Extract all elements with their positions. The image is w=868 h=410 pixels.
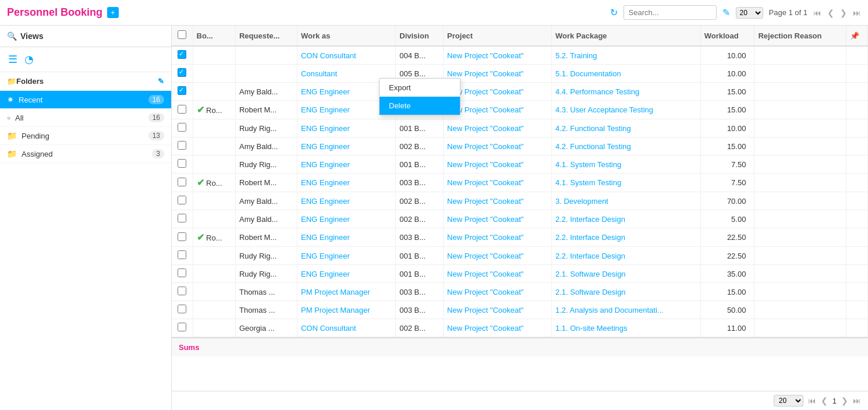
sidebar-item-pending[interactable]: 📁 Pending 13 [0,127,171,145]
project-link[interactable]: New Project "Cookeat" [447,197,523,206]
row-checkbox-cell[interactable] [172,247,193,265]
row-checkbox-cell[interactable] [172,228,193,247]
row-checkbox[interactable] [178,178,186,186]
row-checkbox-cell[interactable] [172,83,193,101]
first-page-button[interactable]: ⏮ [813,8,821,17]
work-as-link[interactable]: CON Consultant [301,324,356,333]
checked-checkbox[interactable] [178,86,186,95]
edit-icon[interactable]: ✎ [722,7,730,18]
bottom-per-page-select[interactable]: 201050100 [774,395,803,407]
row-checkbox-cell[interactable] [172,319,193,337]
project-link[interactable]: New Project "Cookeat" [447,51,523,60]
project-link[interactable]: New Project "Cookeat" [447,233,523,242]
refresh-icon[interactable]: ↻ [610,7,618,18]
work-as-link[interactable]: ENG Engineer [301,87,350,96]
per-page-select[interactable]: 201050100 [736,7,763,19]
row-checkbox-cell[interactable] [172,265,193,283]
col-project[interactable]: Project [444,26,552,46]
row-checkbox-cell[interactable] [172,210,193,228]
work-as-link[interactable]: ENG Engineer [301,233,350,242]
project-link[interactable]: New Project "Cookeat" [447,288,523,296]
row-checkbox-cell[interactable] [172,192,193,210]
work-package-link[interactable]: 4.4. Performance Testing [555,87,639,96]
work-package-link[interactable]: 2.1. Software Design [555,288,626,296]
row-checkbox-cell[interactable] [172,101,193,119]
row-checkbox-cell[interactable] [172,119,193,137]
row-checkbox[interactable] [178,232,186,241]
project-link[interactable]: New Project "Cookeat" [447,178,523,187]
work-package-link[interactable]: 5.2. Training [555,51,597,60]
bottom-first-page-button[interactable]: ⏮ [808,396,816,405]
row-checkbox-cell[interactable] [172,283,193,301]
row-checkbox[interactable] [178,214,186,222]
row-checkbox[interactable] [178,159,186,168]
project-link[interactable]: New Project "Cookeat" [447,160,523,169]
work-as-link[interactable]: Consultant [301,69,337,78]
col-pin[interactable]: 📌 [846,26,867,46]
work-package-link[interactable]: 2.2. Interface Design [555,215,625,224]
row-checkbox-cell[interactable] [172,65,193,83]
select-all-checkbox[interactable] [178,30,186,39]
checked-checkbox[interactable] [178,50,186,59]
work-as-link[interactable]: PM Project Manager [301,306,370,314]
bottom-last-page-button[interactable]: ⏭ [853,396,861,405]
row-checkbox[interactable] [178,268,186,277]
col-work-package[interactable]: Work Package [551,26,700,46]
row-checkbox[interactable] [178,123,186,132]
row-checkbox[interactable] [178,287,186,295]
row-checkbox-cell[interactable] [172,46,193,65]
row-checkbox-cell[interactable] [172,301,193,319]
folders-edit-icon[interactable]: ✎ [158,77,164,86]
col-division[interactable]: Division [396,26,444,46]
work-as-link[interactable]: ENG Engineer [301,197,350,206]
work-package-link[interactable]: 1.2. Analysis and Documentati... [555,306,664,314]
sidebar-item-assigned[interactable]: 📁 Assigned 3 [0,145,171,163]
row-checkbox-cell[interactable] [172,137,193,155]
col-work-as[interactable]: Work as [297,26,395,46]
work-as-link[interactable]: ENG Engineer [301,105,350,114]
row-checkbox[interactable] [178,250,186,259]
work-package-link[interactable]: 2.2. Interface Design [555,233,625,242]
work-package-link[interactable]: 5.1. Documentation [555,69,621,78]
project-link[interactable]: New Project "Cookeat" [447,69,523,78]
context-menu-export[interactable]: Export [380,79,460,97]
work-as-link[interactable]: ENG Engineer [301,142,350,151]
sidebar-item-recent[interactable]: ✷ Recent 16 [0,91,171,109]
col-rejection[interactable]: Rejection Reason [754,26,846,46]
col-booking[interactable]: Bo... [193,26,235,46]
work-as-link[interactable]: ENG Engineer [301,160,350,169]
checked-checkbox[interactable] [178,68,186,77]
project-link[interactable]: New Project "Cookeat" [447,252,523,260]
row-checkbox[interactable] [178,141,186,150]
work-package-link[interactable]: 2.1. Software Design [555,270,626,278]
project-link[interactable]: New Project "Cookeat" [447,215,523,224]
prev-page-button[interactable]: ❮ [827,8,834,17]
next-page-button[interactable]: ❯ [840,8,847,17]
bottom-next-page-button[interactable]: ❯ [841,396,848,405]
work-package-link[interactable]: 4.1. System Testing [555,160,621,169]
row-checkbox-cell[interactable] [172,155,193,174]
project-link[interactable]: New Project "Cookeat" [447,124,523,133]
work-package-link[interactable]: 4.1. System Testing [555,178,621,187]
work-package-link[interactable]: 4.2. Functional Testing [555,124,631,133]
row-checkbox[interactable] [178,105,186,114]
work-as-link[interactable]: ENG Engineer [301,124,350,133]
row-checkbox[interactable] [178,305,186,313]
work-as-link[interactable]: ENG Engineer [301,178,350,187]
row-checkbox[interactable] [178,196,186,204]
work-as-link[interactable]: PM Project Manager [301,288,370,296]
work-package-link[interactable]: 1.1. On-site Meetings [555,324,628,333]
col-checkbox[interactable] [172,26,193,46]
work-package-link[interactable]: 4.2. Functional Testing [555,142,631,151]
work-package-link[interactable]: 2.2. Interface Design [555,252,625,260]
project-link[interactable]: New Project "Cookeat" [447,324,523,333]
work-as-link[interactable]: ENG Engineer [301,252,350,260]
last-page-button[interactable]: ⏭ [853,8,861,17]
add-button[interactable]: + [107,7,119,18]
chart-view-button[interactable]: ◔ [23,52,35,67]
col-workload[interactable]: Workload [700,26,754,46]
work-package-link[interactable]: 3. Development [555,197,608,206]
bottom-prev-page-button[interactable]: ❮ [821,396,828,405]
work-package-link[interactable]: 4.3. User Acceptance Testing [555,105,653,114]
sidebar-item-all[interactable]: ○ All 16 [0,109,171,127]
